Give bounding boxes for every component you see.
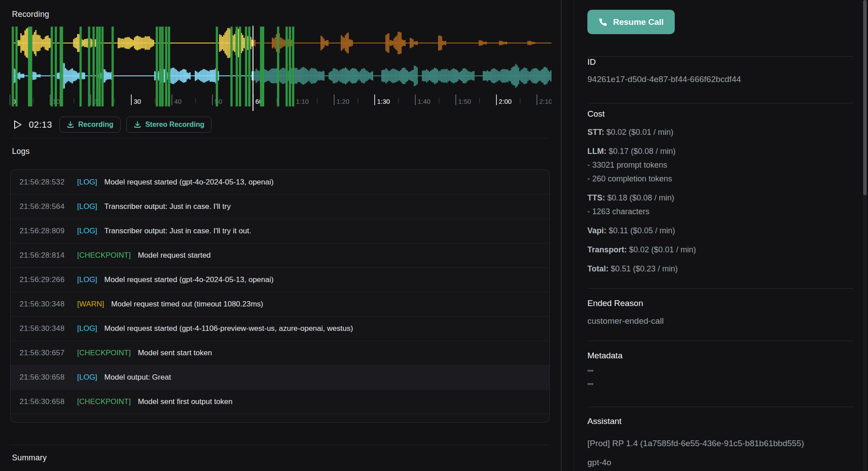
log-row[interactable]: 21:56:29:266[LOG]Model request started (… — [11, 267, 549, 292]
waveform-bar — [43, 39, 45, 47]
waveform-bar — [425, 71, 426, 81]
waveform-bar — [68, 71, 69, 81]
waveform-bar — [170, 69, 172, 83]
speech-marker — [98, 27, 101, 106]
waveform-bar — [212, 70, 214, 82]
log-row[interactable]: 21:56:30:348[WARN]Model request timed ou… — [11, 292, 549, 316]
waveform-bar — [383, 70, 384, 82]
speech-marker — [102, 27, 104, 106]
log-row[interactable]: 21:56:30:348[LOG]Model request started (… — [11, 316, 549, 341]
waveform-bar — [39, 35, 41, 51]
waveform-bar — [280, 69, 282, 82]
waveform-bar — [334, 68, 336, 83]
waveform-bar — [484, 42, 485, 44]
waveform-bar — [227, 28, 229, 58]
speech-marker — [239, 27, 241, 106]
log-row[interactable]: 21:56:28:532[LOG]Model request started (… — [11, 170, 549, 194]
waveform-bar — [533, 68, 534, 83]
download-stereo-recording-button[interactable]: Stereo Recording — [126, 117, 211, 133]
waveform-bar — [528, 71, 529, 81]
waveform-bar — [109, 72, 111, 79]
waveform-bar — [456, 70, 457, 82]
download-recording-button[interactable]: Recording — [59, 117, 121, 133]
waveform-bar — [46, 36, 47, 51]
waveform-bar — [465, 69, 466, 83]
waveform-bar — [345, 67, 346, 84]
waveform-bar — [47, 35, 49, 51]
waveform-bar — [489, 71, 491, 80]
log-row[interactable]: 21:56:28:564[LOG]Transcriber output: Jus… — [11, 194, 549, 219]
waveform-bar — [511, 68, 512, 84]
log-row[interactable]: 21:56:30:657[CHECKPOINT]Model sent start… — [11, 341, 549, 365]
waveform-bar — [138, 36, 139, 50]
log-row[interactable]: 21:56:28:809[LOG]Transcriber output: Jus… — [11, 219, 549, 243]
waveform-bar — [76, 37, 77, 49]
waveform-bar — [173, 67, 175, 84]
sidebar-value-line: "" — [587, 380, 853, 393]
page-scrollbar-thumb[interactable] — [863, 0, 867, 195]
waveform-bar — [219, 34, 220, 51]
waveform-bar — [49, 38, 50, 48]
waveform-bar — [284, 68, 285, 83]
speech-marker — [277, 27, 279, 106]
waveform-bar — [38, 75, 39, 77]
log-row[interactable]: 21:56:30:658[CHECKPOINT]Model sent first… — [11, 389, 549, 414]
waveform-bar — [411, 39, 412, 47]
waveform-bar — [254, 71, 256, 81]
waveform-bar — [149, 36, 150, 50]
waveform-bar — [22, 74, 23, 78]
waveform-bar — [26, 29, 27, 58]
waveform-bar — [480, 40, 481, 46]
speech-marker — [262, 27, 264, 106]
waveform-bar — [396, 35, 398, 50]
waveform-bar — [344, 38, 345, 48]
waveform-bar — [551, 70, 552, 81]
waveform-bar — [254, 40, 256, 47]
play-button[interactable] — [12, 119, 23, 130]
waveform-bar — [457, 71, 458, 81]
log-row[interactable]: 21:56:30:658[LOG]Model output: Great — [11, 365, 549, 389]
waveform-bar — [352, 40, 353, 46]
waveform-bar — [57, 73, 58, 79]
waveform-bar — [195, 71, 196, 81]
waveform-bar — [516, 65, 518, 86]
waveform-bar — [341, 35, 342, 51]
timeline-minor-tick — [195, 98, 196, 103]
waveform-bar — [402, 39, 403, 47]
waveform-bar — [404, 68, 406, 84]
waveform-bar — [70, 69, 72, 83]
waveform-bar — [85, 39, 86, 47]
waveform-bar — [319, 71, 321, 80]
waveform-bar — [297, 70, 299, 82]
waveform-bar — [330, 71, 331, 80]
timeline-tick — [212, 94, 213, 105]
speech-marker — [159, 27, 161, 106]
resume-call-button[interactable]: Resume Call — [587, 10, 675, 34]
waveform-bar — [20, 74, 22, 78]
waveform-bar — [73, 39, 74, 47]
waveform-bar — [256, 69, 257, 83]
waveform-bar — [485, 42, 487, 44]
waveform-bar — [430, 71, 431, 81]
waveform-bar — [423, 71, 425, 82]
waveform-bar — [272, 69, 273, 83]
log-list[interactable]: 21:56:28:532[LOG]Model request started (… — [10, 169, 550, 423]
waveform-bar — [119, 38, 121, 48]
cost-subline: - 33021 prompt tokens — [587, 158, 853, 172]
waveform-bar — [280, 37, 282, 48]
cost-line: Transport: $0.02 ($0.01 / min) — [587, 243, 853, 257]
waveform-bar — [276, 34, 277, 52]
waveform-bar — [325, 41, 326, 45]
waveform-bar — [126, 37, 127, 48]
log-row[interactable]: 21:56:28:814[CHECKPOINT]Model request st… — [11, 243, 549, 267]
log-row[interactable]: 21:56:30:713[LOG]Model output: choice — [11, 414, 549, 423]
waveform-bar — [403, 40, 404, 46]
waveform-bar — [526, 68, 528, 83]
waveform-bar — [450, 70, 452, 82]
waveform-bar — [492, 69, 493, 83]
waveform-bar — [152, 39, 153, 47]
waveform-svg[interactable]: 01020304050601:101:201:301:401:502:002:1… — [10, 24, 551, 113]
waveform-bar — [37, 75, 38, 77]
waveform-bar — [442, 69, 444, 82]
waveform[interactable]: 01020304050601:101:201:301:401:502:002:1… — [10, 24, 551, 113]
